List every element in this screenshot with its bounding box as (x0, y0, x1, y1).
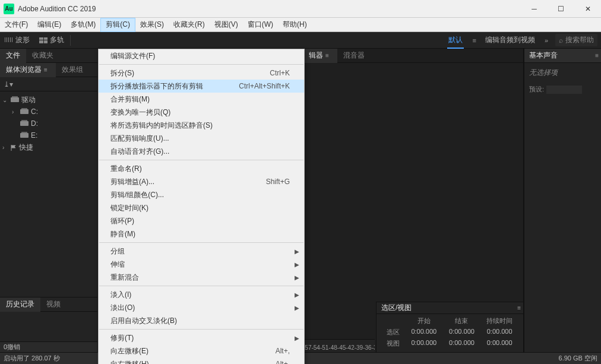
menu-item-label: 重命名(R) (110, 164, 142, 174)
media-browser-label: 媒体浏览器 (6, 65, 42, 75)
menu-item[interactable]: 拆分(S)Ctrl+K (99, 67, 304, 80)
ruler-tick: -54 (311, 344, 320, 351)
submenu-arrow-icon: ▶ (295, 261, 299, 268)
menu-item[interactable]: 伸缩▶ (99, 258, 304, 271)
tab-editor[interactable]: 辑器 ≡ (303, 49, 337, 63)
editor-tab-label: 辑器 (309, 50, 323, 61)
menu-effects[interactable]: 效果(S) (135, 18, 169, 32)
menu-item[interactable]: 变换为唯一拷贝(Q) (99, 106, 304, 119)
menu-item[interactable]: 淡入(I)▶ (99, 288, 304, 301)
menu-edit[interactable]: 编辑(E) (33, 18, 66, 32)
menu-item[interactable]: 剪辑增益(A)...Shift+G (99, 175, 304, 188)
menu-item[interactable]: 向右微移(H)Alt+. (99, 357, 304, 364)
tree-drive-d[interactable]: D: (0, 118, 97, 129)
sel-end-value[interactable]: 0:00.000 (443, 328, 481, 337)
menu-multitrack[interactable]: 多轨(M) (66, 18, 100, 32)
ruler-tick: -39 (355, 344, 363, 351)
maximize-button[interactable]: ☐ (548, 0, 574, 18)
tree-shortcuts[interactable]: › 快捷 (0, 141, 97, 153)
tab-files[interactable]: 文件 (0, 49, 26, 63)
tree-drive-c[interactable]: › C: (0, 106, 97, 118)
panel-menu-icon[interactable]: ≡ (515, 305, 523, 311)
shortcuts-label: 快捷 (19, 143, 33, 153)
tab-media-browser[interactable]: 媒体浏览器 ≡ (0, 63, 56, 77)
menu-item[interactable]: 自动语音对齐(G)... (99, 145, 304, 158)
mid-column: 内容: 名称 › 编辑源文件(F)拆分(S)Ctrl+K拆分播放指示器下的所有剪… (98, 49, 303, 352)
menu-item-label: 将所选剪辑内的时间选区静音(S) (110, 121, 213, 131)
panel-menu-icon[interactable]: ≡ (323, 52, 331, 59)
menu-file[interactable]: 文件(F) (0, 18, 33, 32)
menu-item[interactable]: 编辑源文件(F) (99, 49, 304, 62)
menu-item[interactable]: 拆分播放指示器下的所有剪辑Ctrl+Alt+Shift+K (99, 80, 304, 93)
menu-item[interactable]: 重新混合▶ (99, 271, 304, 284)
download-icon[interactable]: ⤓▾ (4, 80, 13, 88)
workspace-default[interactable]: 默认 (442, 32, 469, 49)
tab-effect-group[interactable]: 效果组 (56, 63, 89, 77)
row-selection: 选区 (381, 328, 405, 337)
menu-separator (99, 329, 303, 330)
submenu-arrow-icon: ▶ (295, 274, 299, 281)
menu-view[interactable]: 视图(V) (210, 18, 243, 32)
menu-item[interactable]: 淡出(O)▶ (99, 301, 304, 314)
tab-mixer[interactable]: 混音器 (337, 49, 371, 63)
tab-video[interactable]: 视频 (40, 297, 67, 312)
panel-menu-icon[interactable]: ≡ (42, 67, 50, 73)
ruler-tick: -45 (337, 344, 346, 351)
menu-item-label: 修剪(T) (110, 333, 134, 343)
tab-favorites[interactable]: 收藏夹 (26, 49, 59, 63)
menu-window[interactable]: 窗口(W) (243, 18, 278, 32)
editor-body: ■ ▶ ❚❚ ⏮ ◀◀ ▶▶ ⏭ ● -57-54-51-48-45-42-39… (303, 63, 523, 352)
tab-history[interactable]: 历史记录 (0, 297, 40, 312)
menu-item[interactable]: 剪辑/组颜色(C)... (99, 188, 304, 201)
hamburger-icon[interactable]: ≡ (469, 37, 479, 44)
more-workspaces-button[interactable]: » (541, 37, 552, 44)
menu-item[interactable]: 匹配剪辑响度(U)... (99, 132, 304, 145)
menu-item[interactable]: 静音(M) (99, 227, 304, 240)
tree-drives[interactable]: ⌄ 驱动 (0, 94, 97, 106)
menu-item-label: 重新混合 (110, 273, 139, 283)
right-area: 辑器 ≡ 混音器 ■ ▶ ❚❚ ⏮ ◀◀ ▶▶ ⏭ ● -57-54-51-48… (303, 49, 601, 352)
tree-drive-e[interactable]: E: (0, 129, 97, 141)
disk-icon (20, 121, 29, 126)
menu-item[interactable]: 修剪(T)▶ (99, 331, 304, 344)
menu-item[interactable]: 合并剪辑(M) (99, 93, 304, 106)
preset-dropdown[interactable] (546, 86, 582, 94)
menu-item[interactable]: 将所选剪辑内的时间选区静音(S) (99, 119, 304, 132)
media-tree: ⌄ 驱动 › C: D: E: › 快捷 (0, 91, 97, 156)
menu-item[interactable]: 分组▶ (99, 245, 304, 258)
menu-item[interactable]: 循环(P) (99, 214, 304, 227)
menu-favorites[interactable]: 收藏夹(R) (169, 18, 210, 32)
menu-separator (99, 64, 303, 65)
menu-item[interactable]: 向左微移(E)Alt+, (99, 344, 304, 357)
history-tabs: 历史记录 视频 (0, 297, 97, 312)
essential-sound-title: 基本声音 (529, 50, 558, 61)
menu-item-label: 拆分(S) (110, 68, 134, 78)
search-help-box[interactable]: ⌕ 搜索帮助 (555, 34, 597, 46)
menu-help[interactable]: 帮助(H) (278, 18, 312, 32)
menu-item[interactable]: 锁定时间(K) (99, 201, 304, 214)
menu-item-label: 启用自动交叉淡化(B) (110, 316, 177, 326)
submenu-arrow-icon: ▶ (295, 248, 299, 255)
view-start-value[interactable]: 0:00.000 (405, 339, 443, 348)
sel-dur-value[interactable]: 0:00.000 (480, 328, 518, 337)
menu-item-label: 淡入(I) (110, 290, 131, 300)
workspace-edit-video[interactable]: 编辑音频到视频 (479, 32, 541, 49)
caret-icon: ⌄ (2, 97, 8, 103)
disk-icon (20, 133, 29, 138)
multitrack-mode-button[interactable]: 多轨 (34, 32, 69, 49)
panel-menu-icon[interactable]: ≡ (593, 52, 601, 59)
sel-start-value[interactable]: 0:00.000 (405, 328, 443, 337)
submenu-arrow-icon: ▶ (295, 335, 299, 341)
waveform-mode-button[interactable]: 波形 (0, 32, 34, 49)
minimize-button[interactable]: ─ (521, 0, 548, 18)
menu-item[interactable]: 重命名(R) (99, 162, 304, 175)
menu-item-label: 自动语音对齐(G)... (110, 147, 169, 157)
close-button[interactable]: ✕ (574, 0, 601, 18)
view-dur-value[interactable]: 0:00.000 (480, 339, 518, 348)
menu-clip[interactable]: 剪辑(C) (100, 18, 135, 32)
drive-e-label: E: (31, 131, 37, 140)
view-end-value[interactable]: 0:00.000 (443, 339, 481, 348)
submenu-arrow-icon: ▶ (295, 305, 299, 311)
app-icon: Au (4, 4, 14, 14)
menu-item[interactable]: 启用自动交叉淡化(B) (99, 314, 304, 327)
